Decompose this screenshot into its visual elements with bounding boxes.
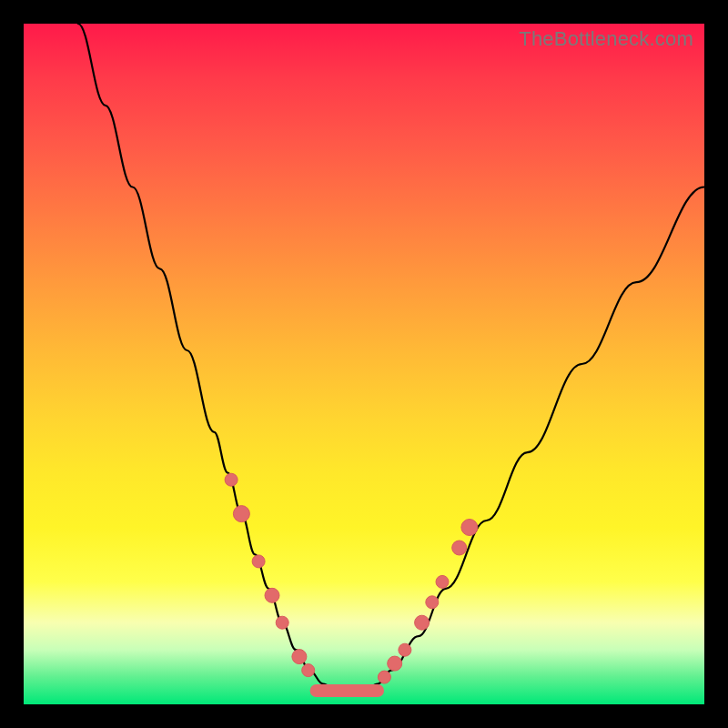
marker-dot <box>461 520 478 536</box>
gradient-plot-area: TheBottleneck.com <box>24 24 704 704</box>
bottleneck-curve <box>78 24 704 691</box>
marker-dot <box>265 588 279 602</box>
marker-dot <box>388 656 402 671</box>
marker-dot <box>225 473 238 486</box>
watermark-text: TheBottleneck.com <box>519 27 693 51</box>
marker-dot <box>252 555 265 568</box>
marker-dot <box>302 664 315 677</box>
marker-dot <box>378 671 390 683</box>
plot-svg <box>24 24 704 704</box>
marker-dot <box>233 506 249 522</box>
marker-dot <box>399 643 411 656</box>
marker-dot <box>426 596 439 609</box>
marker-dot <box>292 650 307 664</box>
marker-dot <box>436 575 449 588</box>
marker-dot <box>452 541 467 555</box>
marker-dot <box>276 616 288 629</box>
marker-dot <box>415 615 430 630</box>
